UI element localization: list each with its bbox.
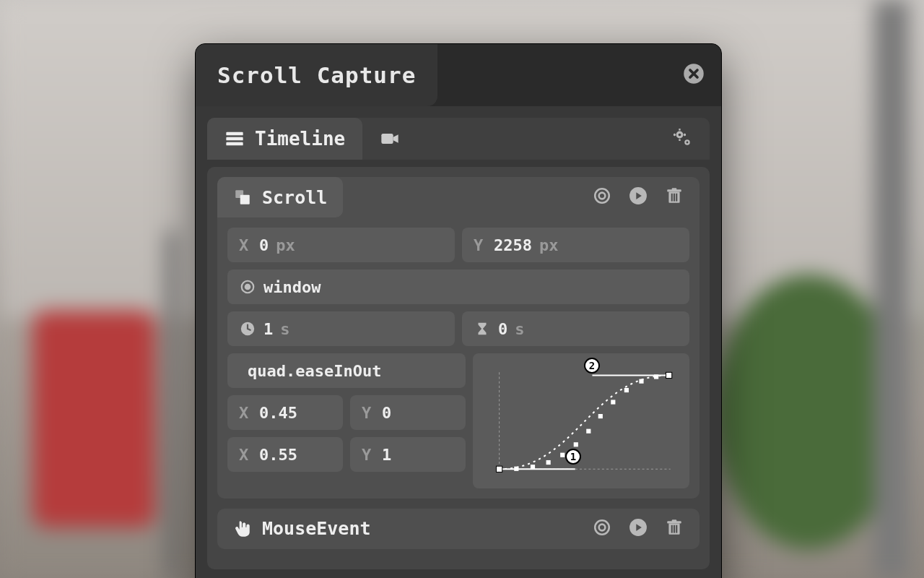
tab-timeline-label: Timeline xyxy=(255,128,345,150)
delete-button[interactable] xyxy=(659,514,689,544)
play-button[interactable] xyxy=(623,514,653,544)
svg-rect-60 xyxy=(671,525,673,532)
p1y-value: 0 xyxy=(382,404,391,422)
main-toolbar: Timeline xyxy=(207,118,710,160)
camera-icon xyxy=(380,129,400,149)
p2y-label: Y xyxy=(362,446,375,464)
trash-icon xyxy=(665,518,684,540)
svg-rect-44 xyxy=(574,442,578,447)
svg-rect-45 xyxy=(586,429,590,434)
close-icon xyxy=(683,63,705,87)
svg-rect-62 xyxy=(676,525,677,532)
item-header: MouseEvent xyxy=(217,509,699,549)
svg-point-29 xyxy=(245,285,250,289)
timeline-icon xyxy=(225,129,245,149)
pointer-icon xyxy=(233,519,252,538)
timeline-item-scroll: Scroll xyxy=(217,177,699,499)
svg-rect-7 xyxy=(679,129,680,131)
target-icon xyxy=(593,186,611,208)
item-label: Scroll xyxy=(262,187,327,208)
svg-rect-24 xyxy=(672,188,677,190)
svg-point-19 xyxy=(595,189,609,203)
x-unit: px xyxy=(276,236,295,254)
y-unit: px xyxy=(539,236,559,254)
p1x-value: 0.45 xyxy=(259,404,297,422)
duration-unit: s xyxy=(280,320,289,338)
svg-rect-53 xyxy=(666,372,672,378)
p1x-field[interactable]: X 0.45 xyxy=(227,395,343,430)
svg-rect-2 xyxy=(226,137,243,141)
delete-button[interactable] xyxy=(659,182,689,212)
scroll-icon xyxy=(233,188,252,207)
svg-rect-49 xyxy=(639,379,643,384)
p1y-field[interactable]: Y 0 xyxy=(350,395,466,430)
tab-timeline[interactable]: Timeline xyxy=(207,118,362,160)
item-body: X 0 px Y 2258 px window xyxy=(217,217,699,499)
y-label: Y xyxy=(474,236,487,254)
svg-rect-41 xyxy=(531,465,535,469)
p2y-value: 1 xyxy=(382,446,391,464)
svg-rect-42 xyxy=(546,460,551,465)
settings-button[interactable] xyxy=(668,124,697,153)
delay-field[interactable]: 0 s xyxy=(462,311,689,346)
target-value: window xyxy=(263,278,321,296)
easing-curve-editor[interactable]: 1 2 xyxy=(473,353,689,488)
x-value: 0 xyxy=(259,236,269,254)
timeline-item-mouseevent: MouseEvent xyxy=(217,509,699,549)
handle-1-badge[interactable]: 1 xyxy=(565,449,581,465)
window-title: Scroll Capture xyxy=(196,44,437,106)
y-value: 2258 xyxy=(494,236,532,254)
svg-rect-46 xyxy=(598,414,603,418)
target-icon xyxy=(593,518,611,540)
svg-point-16 xyxy=(687,142,689,144)
svg-rect-25 xyxy=(671,194,673,202)
duration-value: 1 xyxy=(263,320,273,338)
svg-rect-48 xyxy=(624,388,629,392)
item-label: MouseEvent xyxy=(262,518,371,539)
item-tab-mouseevent[interactable]: MouseEvent xyxy=(217,509,387,549)
svg-point-20 xyxy=(599,193,606,199)
svg-point-6 xyxy=(679,134,681,137)
handle-2-badge[interactable]: 2 xyxy=(584,358,600,374)
delay-value: 0 xyxy=(498,320,507,338)
p1y-label: Y xyxy=(362,404,375,422)
svg-rect-59 xyxy=(672,519,677,522)
locate-button[interactable] xyxy=(587,514,617,544)
window-title-text: Scroll Capture xyxy=(217,62,416,88)
svg-point-55 xyxy=(599,524,606,530)
tab-record[interactable] xyxy=(362,118,417,160)
panel-body: Timeline xyxy=(196,106,721,578)
svg-point-54 xyxy=(595,520,609,535)
record-dot-icon xyxy=(239,278,256,296)
scroll-target-field[interactable]: window xyxy=(227,269,689,304)
item-header: Scroll xyxy=(217,177,699,217)
svg-rect-43 xyxy=(560,453,565,457)
gears-icon xyxy=(672,127,692,150)
p1x-label: X xyxy=(239,404,252,422)
x-label: X xyxy=(239,236,252,254)
svg-rect-27 xyxy=(676,194,677,202)
play-icon xyxy=(629,518,648,540)
locate-button[interactable] xyxy=(587,182,617,212)
svg-rect-47 xyxy=(611,400,615,404)
close-button[interactable] xyxy=(682,64,705,87)
easing-value: quad.easeInOut xyxy=(248,362,381,380)
svg-rect-8 xyxy=(679,139,680,141)
svg-rect-1 xyxy=(226,132,243,136)
p2y-field[interactable]: Y 1 xyxy=(350,437,466,472)
duration-field[interactable]: 1 s xyxy=(227,311,455,346)
svg-rect-61 xyxy=(674,525,675,532)
delay-unit: s xyxy=(515,320,524,338)
trash-icon xyxy=(665,186,684,208)
titlebar: Scroll Capture xyxy=(196,44,721,106)
p2x-field[interactable]: X 0.55 xyxy=(227,437,343,472)
play-icon xyxy=(629,186,648,208)
svg-rect-40 xyxy=(514,467,518,471)
hourglass-icon xyxy=(474,320,491,337)
scroll-x-field[interactable]: X 0 px xyxy=(227,228,455,262)
easing-select[interactable]: quad.easeInOut xyxy=(227,353,466,388)
scroll-capture-panel: Scroll Capture Timeline xyxy=(195,43,722,578)
play-button[interactable] xyxy=(623,182,653,212)
item-tab-scroll[interactable]: Scroll xyxy=(217,177,343,217)
scroll-y-field[interactable]: Y 2258 px xyxy=(462,228,689,262)
